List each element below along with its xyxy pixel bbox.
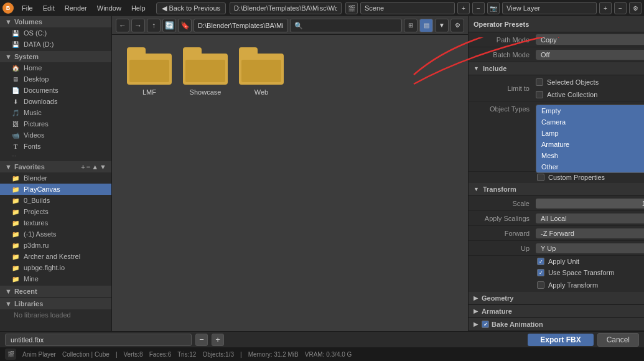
export-fbx-btn[interactable]: Export FBX (528, 334, 593, 346)
videos-icon: 📹 (11, 132, 20, 139)
sidebar-item-blender[interactable]: 📁 Blender (0, 172, 111, 184)
use-space-transform-checkbox[interactable] (537, 269, 544, 276)
view-thumbs-btn[interactable]: ⊞ (404, 19, 418, 32)
view-layer-select[interactable] (502, 2, 597, 14)
selected-objects-checkbox[interactable] (536, 78, 543, 86)
settings-btn[interactable]: ⚙ (629, 2, 642, 14)
font-size-minus-btn[interactable]: − (195, 334, 208, 346)
view-settings-btn[interactable]: ⚙ (450, 19, 464, 32)
sidebar-item-upbge[interactable]: 📁 upbge.fight.io (0, 262, 111, 273)
armature-section-header[interactable]: ▶ Armature (469, 305, 644, 318)
favorites-up-btn[interactable]: ▲ (91, 163, 98, 171)
sidebar-item-music[interactable]: 🎵 Music (0, 107, 111, 118)
bake-animation-section-header[interactable]: ▶ Bake Animation (469, 318, 644, 331)
music-icon: 🎵 (11, 110, 20, 116)
file-path-input[interactable] (194, 19, 288, 32)
cancel-btn[interactable]: Cancel (597, 333, 639, 347)
apply-scalings-value[interactable]: All Local ▼ (536, 213, 644, 223)
nav-up-btn[interactable]: ↑ (147, 19, 161, 32)
filename-input[interactable] (5, 334, 192, 346)
up-value[interactable]: Y Up ▼ (536, 243, 644, 253)
scene-icon-btn[interactable]: 🎬 (345, 2, 358, 14)
list-item-mesh[interactable]: Mesh (536, 150, 644, 161)
sidebar-item-assets[interactable]: 📁 (-1) Assets (0, 228, 111, 240)
address-bar-input[interactable] (230, 2, 342, 14)
sidebar-item-archer[interactable]: 📁 Archer and Kestrel (0, 251, 111, 262)
sidebar-item-pictures[interactable]: 🖼 Pictures (0, 118, 111, 129)
object-types-list: Empty Camera Lamp Armature Mesh Other (536, 105, 644, 173)
view-layer-icon[interactable]: 📷 (487, 2, 500, 14)
apply-unit-checkbox[interactable] (537, 258, 544, 265)
font-size-plus-btn[interactable]: + (212, 334, 224, 346)
file-search-input[interactable] (290, 19, 402, 32)
path-mode-value[interactable]: Copy 📋 (536, 34, 644, 45)
sidebar-item-videos[interactable]: 📹 Videos (0, 129, 111, 141)
sidebar-item-playcanvas[interactable]: 📁 PlayCanvas (0, 184, 111, 195)
list-item-other[interactable]: Other (536, 161, 644, 172)
scene-del-btn[interactable]: − (472, 2, 485, 14)
favorites-remove-btn[interactable]: − (86, 163, 90, 171)
sidebar-item-mine[interactable]: 📁 Mine (0, 273, 111, 284)
menu-help[interactable]: Help (127, 3, 150, 13)
menu-file[interactable]: File (17, 3, 37, 13)
folder-lmf[interactable]: LMF (124, 47, 174, 96)
list-item-armature[interactable]: Armature (536, 139, 644, 150)
status-collection: Collection | Cube (62, 351, 110, 358)
geometry-arrow-icon: ▶ (474, 295, 478, 301)
favorites-add-btn[interactable]: + (81, 163, 85, 171)
sidebar-item-projects[interactable]: 📁 Projects (0, 206, 111, 217)
apply-unit-row: Apply Unit (469, 256, 644, 267)
sidebar-item-textures[interactable]: 📁 textures (0, 217, 111, 228)
sidebar-item-datad[interactable]: 💾 DATA (D:) (0, 39, 111, 50)
scale-value[interactable]: 1.00 (536, 199, 644, 209)
scene-add-btn[interactable]: + (457, 2, 470, 14)
nav-back-btn[interactable]: ← (116, 19, 129, 32)
bake-animation-checkbox[interactable] (482, 321, 489, 328)
nav-bookmark-btn[interactable]: 🔖 (178, 19, 192, 32)
sidebar-item-home[interactable]: 🏠 Home (0, 62, 111, 73)
view-layer-add-btn[interactable]: + (599, 2, 612, 14)
apply-transform-checkbox[interactable] (537, 281, 544, 289)
folder-icon-lmf (127, 47, 172, 85)
sidebar-item-desktop[interactable]: 🖥 Desktop (0, 73, 111, 85)
active-collection-checkbox[interactable] (536, 91, 543, 98)
status-separator-1: | (116, 351, 118, 358)
menu-window[interactable]: Window (93, 3, 126, 13)
list-item-camera[interactable]: Camera (536, 116, 644, 128)
view-filter-btn[interactable]: ▼ (435, 19, 449, 32)
sidebar-item-documents[interactable]: 📄 Documents (0, 85, 111, 96)
status-bar: 🎬 Anim Player Collection | Cube | Verts:… (0, 347, 644, 361)
menu-edit[interactable]: Edit (39, 3, 59, 13)
projects-folder-icon: 📁 (11, 209, 20, 215)
transform-section-header[interactable]: ▼ Transform (469, 183, 644, 196)
favorites-down-btn[interactable]: ▼ (100, 163, 106, 171)
folder-showcase[interactable]: Showcase (180, 47, 230, 96)
view-layer-del-btn[interactable]: − (614, 2, 627, 14)
geometry-section-header[interactable]: ▶ Geometry (469, 292, 644, 305)
view-list-btn[interactable]: ▤ (419, 19, 433, 32)
scene-select[interactable] (360, 2, 455, 14)
forward-value[interactable]: -Z Forward ▼ (536, 228, 644, 238)
sidebar-item-downloads[interactable]: ⬇ Downloads (0, 96, 111, 107)
nav-forward-btn[interactable]: → (131, 19, 145, 32)
bottom-bar: − + Export FBX Cancel (0, 331, 644, 347)
sidebar-item-osc[interactable]: 💾 OS (C:) (0, 27, 111, 39)
include-section-header[interactable]: ▼ Include (469, 62, 644, 75)
system-more[interactable]: ··· (0, 152, 111, 160)
menu-render[interactable]: Render (60, 3, 91, 13)
sidebar-item-0builds[interactable]: 📁 0_Builds (0, 195, 111, 206)
armature-arrow-icon: ▶ (474, 308, 478, 314)
list-item-lamp[interactable]: Lamp (536, 128, 644, 139)
back-to-previous-btn[interactable]: ◀ Back to Previous (156, 2, 226, 14)
archer-folder-icon: 📁 (11, 253, 20, 260)
folder-web[interactable]: Web (236, 47, 286, 96)
nav-refresh-btn[interactable]: 🔄 (162, 19, 176, 32)
custom-properties-checkbox[interactable] (537, 174, 544, 181)
back-arrow-icon: ◀ (162, 4, 167, 12)
sidebar-item-p3dm[interactable]: 📁 p3dm.ru (0, 240, 111, 251)
list-item-empty[interactable]: Empty (536, 105, 644, 116)
batch-mode-value[interactable]: Off (536, 50, 644, 60)
sidebar-item-fonts[interactable]: T Fonts (0, 141, 111, 152)
status-icon-btn[interactable]: 🎬 (5, 349, 16, 360)
recent-arrow-icon: ▼ (5, 288, 12, 295)
